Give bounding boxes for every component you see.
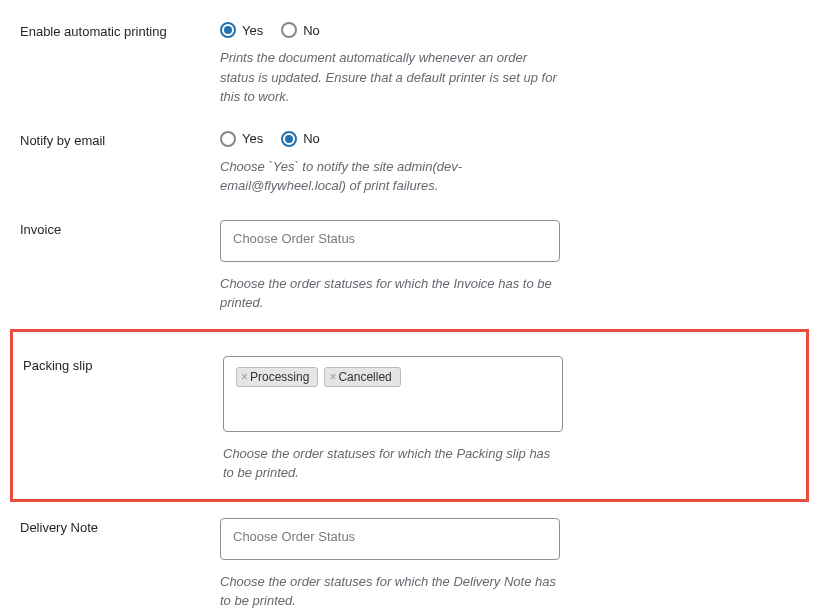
invoice-status-select[interactable]: Choose Order Status <box>220 220 560 262</box>
delivery-note-help: Choose the order statuses for which the … <box>220 572 560 611</box>
status-tag-processing[interactable]: × Processing <box>236 367 318 387</box>
packing-slip-help: Choose the order statuses for which the … <box>223 444 563 483</box>
notify-help: Choose `Yes` to notify the site admin(de… <box>220 157 560 196</box>
packing-slip-highlight: Packing slip × Processing × Cancelled Ch… <box>10 329 809 502</box>
notify-label: Notify by email <box>20 131 220 148</box>
invoice-help: Choose the order statuses for which the … <box>220 274 560 313</box>
auto-print-label: Enable automatic printing <box>20 22 220 39</box>
notify-no-radio[interactable]: No <box>281 131 320 147</box>
tag-label: Processing <box>250 370 309 384</box>
radio-label-yes: Yes <box>242 23 263 38</box>
auto-print-row: Enable automatic printing Yes No Prints … <box>20 10 799 119</box>
packing-slip-control: × Processing × Cancelled Choose the orde… <box>223 356 563 483</box>
auto-print-yes-radio[interactable]: Yes <box>220 22 263 38</box>
delivery-note-row: Delivery Note Choose Order Status Choose… <box>20 506 799 617</box>
packing-slip-label: Packing slip <box>23 356 223 373</box>
invoice-control: Choose Order Status Choose the order sta… <box>220 220 560 313</box>
auto-print-no-radio[interactable]: No <box>281 22 320 38</box>
notify-control: Yes No Choose `Yes` to notify the site a… <box>220 131 560 196</box>
radio-icon <box>220 131 236 147</box>
auto-print-control: Yes No Prints the document automatically… <box>220 22 560 107</box>
radio-label-no: No <box>303 23 320 38</box>
notify-row: Notify by email Yes No Choose `Yes` to n… <box>20 119 799 208</box>
close-icon[interactable]: × <box>241 371 248 383</box>
tag-label: Cancelled <box>338 370 391 384</box>
invoice-row: Invoice Choose Order Status Choose the o… <box>20 208 799 325</box>
delivery-note-label: Delivery Note <box>20 518 220 535</box>
invoice-placeholder: Choose Order Status <box>233 231 355 246</box>
radio-icon <box>281 22 297 38</box>
delivery-note-control: Choose Order Status Choose the order sta… <box>220 518 560 611</box>
radio-label-yes: Yes <box>242 131 263 146</box>
delivery-note-status-select[interactable]: Choose Order Status <box>220 518 560 560</box>
radio-icon <box>281 131 297 147</box>
radio-icon <box>220 22 236 38</box>
radio-label-no: No <box>303 131 320 146</box>
packing-slip-status-select[interactable]: × Processing × Cancelled <box>223 356 563 432</box>
status-tag-cancelled[interactable]: × Cancelled <box>324 367 400 387</box>
close-icon[interactable]: × <box>329 371 336 383</box>
notify-radio-group: Yes No <box>220 131 560 147</box>
delivery-note-placeholder: Choose Order Status <box>233 529 355 544</box>
packing-slip-row: Packing slip × Processing × Cancelled Ch… <box>13 344 806 495</box>
auto-print-radio-group: Yes No <box>220 22 560 38</box>
auto-print-help: Prints the document automatically whenev… <box>220 48 560 107</box>
notify-yes-radio[interactable]: Yes <box>220 131 263 147</box>
invoice-label: Invoice <box>20 220 220 237</box>
